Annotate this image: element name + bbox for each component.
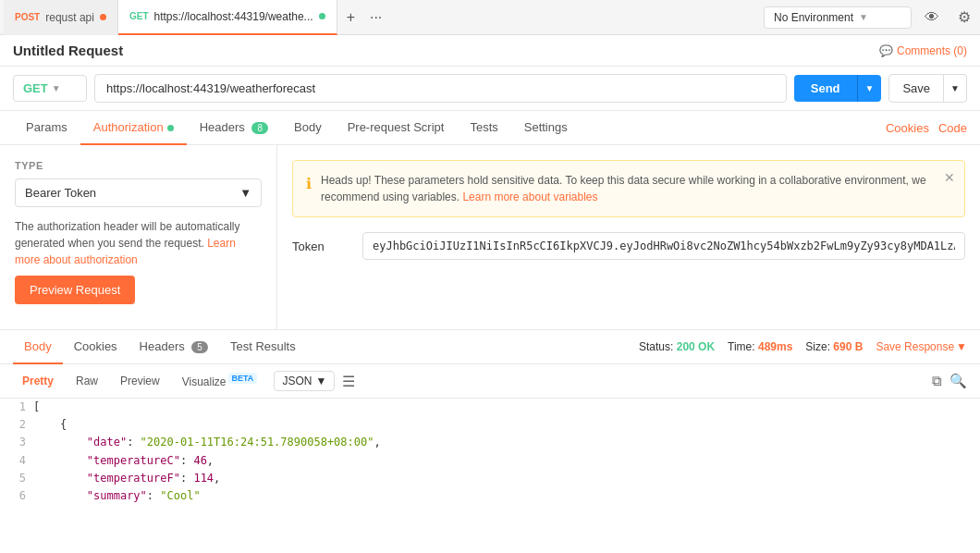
request-tabs: Params Authorization Headers 8 Body Pre-… [0, 111, 980, 145]
resp-headers-badge: 5 [191, 341, 208, 353]
tab-dot-post [100, 14, 106, 20]
environment-select[interactable]: No Environment ▼ [764, 6, 912, 29]
save-response-button[interactable]: Save Response ▼ [876, 340, 967, 353]
line-content-6: "summary": "Cool" [33, 487, 980, 505]
save-button-group: Save ▼ [888, 74, 967, 103]
save-response-label: Save Response [876, 340, 954, 353]
pretty-tab-raw[interactable]: Raw [67, 371, 107, 391]
alert-close-button[interactable]: ✕ [944, 170, 955, 185]
auth-desc-text: The authorization header will be automat… [15, 220, 239, 250]
tab-tests[interactable]: Tests [457, 111, 510, 145]
response-time-label: Time: 489ms [728, 340, 792, 353]
line-content-2: { [33, 416, 980, 434]
tab-params[interactable]: Params [13, 111, 80, 145]
response-status-value: 200 OK [677, 340, 715, 353]
method-select[interactable]: GET ▼ [13, 75, 87, 102]
line-content-3: "date": "2020-01-11T16:24:51.7890058+08:… [33, 434, 980, 451]
auth-type-select[interactable]: Bearer Token ▼ [15, 178, 262, 207]
line-content-1: [ [33, 399, 980, 416]
line-num-1: 1 [0, 399, 33, 416]
search-button[interactable]: 🔍 [949, 373, 967, 389]
token-input[interactable] [362, 232, 965, 260]
code-line-1: 1 [ [0, 399, 980, 416]
req-tab-actions: Cookies Code [886, 121, 967, 135]
response-size-label: Size: 690 B [805, 340, 863, 353]
send-button-group: Send ▼ [794, 75, 882, 102]
tab-body[interactable]: Body [281, 111, 335, 145]
comments-link[interactable]: 💬 Comments (0) [879, 44, 967, 57]
response-tabs-bar: Body Cookies Headers 5 Test Results Stat… [0, 330, 980, 364]
send-button[interactable]: Send [794, 75, 857, 102]
preview-request-button[interactable]: Preview Request [15, 276, 135, 304]
page-header: Untitled Request 💬 Comments (0) [0, 35, 980, 67]
format-label: JSON [282, 375, 312, 387]
page-title: Untitled Request [13, 43, 123, 58]
auth-type-label: TYPE [15, 160, 262, 171]
pretty-tab-visualize[interactable]: VisualizeBETA [173, 370, 267, 392]
code-link[interactable]: Code [938, 121, 967, 135]
resp-tab-test-results[interactable]: Test Results [219, 330, 307, 364]
save-button[interactable]: Save [888, 74, 944, 103]
alert-link[interactable]: Learn more about variables [462, 190, 597, 203]
tab-authorization[interactable]: Authorization [80, 111, 187, 145]
line-num-6: 6 [0, 487, 33, 505]
tab-headers[interactable]: Headers 8 [187, 111, 281, 145]
chevron-down-icon: ▼ [859, 12, 868, 22]
token-row: Token [292, 232, 965, 260]
response-time-value: 489ms [758, 340, 792, 353]
auth-dot [167, 125, 174, 131]
tab-label-get: https://localhost:44319/weathe... [154, 10, 313, 23]
alert-icon: ℹ [306, 173, 312, 195]
format-select[interactable]: JSON ▼ [274, 371, 335, 391]
alert-text: Heads up! These parameters hold sensitiv… [321, 172, 951, 205]
line-num-2: 2 [0, 416, 33, 434]
tab-method-get: GET [129, 11, 149, 21]
method-chevron-icon: ▼ [52, 83, 61, 93]
cookies-link[interactable]: Cookies [886, 121, 929, 135]
beta-badge: BETA [228, 373, 258, 384]
send-dropdown-button[interactable]: ▼ [857, 75, 882, 102]
line-num-3: 3 [0, 434, 33, 451]
more-tabs-button[interactable]: ··· [364, 6, 387, 30]
save-response-chevron-icon: ▼ [956, 340, 967, 353]
resp-tab-body[interactable]: Body [13, 330, 63, 364]
format-chevron-icon: ▼ [315, 375, 326, 387]
pretty-tab-pretty[interactable]: Pretty [13, 371, 63, 391]
tab-get[interactable]: GET https://localhost:44319/weathe... [118, 0, 337, 35]
line-content-5: "temperatureF": 114, [33, 470, 980, 487]
code-line-5: 5 "temperatureF": 114, [0, 470, 980, 487]
copy-button[interactable]: ⧉ [932, 373, 942, 389]
resp-tab-cookies[interactable]: Cookies [63, 330, 129, 364]
auth-type-chevron-icon: ▼ [239, 186, 251, 200]
code-line-6: 6 "summary": "Cool" [0, 487, 980, 505]
eye-icon-button[interactable]: 👁 [919, 6, 945, 30]
token-label: Token [292, 240, 348, 253]
environment-label: No Environment [774, 11, 853, 24]
headers-badge: 8 [251, 122, 268, 134]
url-bar: GET ▼ Send ▼ Save ▼ [0, 67, 980, 111]
chat-icon: 💬 [879, 44, 893, 57]
code-line-3: 3 "date": "2020-01-11T16:24:51.7890058+0… [0, 434, 980, 451]
auth-type-value: Bearer Token [25, 186, 96, 200]
auth-alert: ℹ Heads up! These parameters hold sensit… [292, 160, 965, 217]
add-tab-button[interactable]: + [341, 6, 361, 30]
tab-pre-request[interactable]: Pre-request Script [335, 111, 458, 145]
code-line-2: 2 { [0, 416, 980, 434]
pretty-bar: Pretty Raw Preview VisualizeBETA JSON ▼ … [0, 364, 980, 399]
tab-dot-get [319, 13, 325, 19]
word-wrap-button[interactable]: ☰ [342, 373, 355, 390]
code-area: 1 [ 2 { 3 "date": "2020-01-11T16:24:51.7… [0, 399, 980, 505]
save-dropdown-button[interactable]: ▼ [944, 74, 967, 103]
tab-post[interactable]: POST requst api [4, 0, 118, 35]
auth-right-panel: ℹ Heads up! These parameters hold sensit… [277, 145, 980, 329]
url-input[interactable] [94, 74, 787, 103]
tab-settings[interactable]: Settings [511, 111, 581, 145]
response-section: Body Cookies Headers 5 Test Results Stat… [0, 330, 980, 505]
auth-description: The authorization header will be automat… [15, 218, 262, 268]
resp-tab-headers[interactable]: Headers 5 [129, 330, 219, 364]
tab-actions: + ··· [341, 6, 388, 30]
method-value: GET [23, 81, 48, 95]
tab-method-post: POST [15, 12, 40, 22]
settings-icon-button[interactable]: ⚙ [952, 5, 976, 30]
pretty-tab-preview[interactable]: Preview [111, 371, 169, 391]
